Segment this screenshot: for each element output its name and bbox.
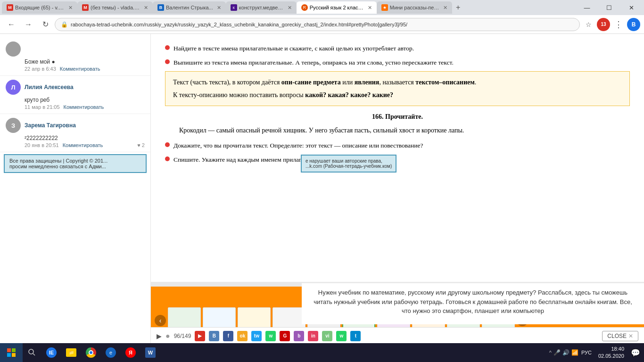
textbook-page: Найдите в тексте имена прилагательные и … [151, 34, 644, 282]
refresh-button[interactable]: ↻ [38, 17, 53, 32]
tab-russkiy[interactable]: R Русский язык 2 класс ... ✕ [297, 1, 377, 14]
comment-meta-3: 20 янв в 20:51 Комментировать ♥ 2 [25, 142, 145, 148]
comment-text-2: круто реб [25, 97, 145, 103]
taskbar-icon-word[interactable]: W [140, 343, 160, 362]
svg-point-4 [29, 349, 33, 354]
social-twitter[interactable]: tw [251, 331, 262, 341]
bullet-1: Найдите в тексте имена прилагательные и … [165, 43, 630, 54]
svg-rect-3 [12, 353, 16, 357]
social-viber[interactable]: vi [322, 331, 332, 341]
notifications-button[interactable]: 💬 [631, 348, 640, 357]
tray-volume[interactable]: 🔊 [562, 349, 570, 356]
close-window-button[interactable]: ✕ [620, 0, 642, 15]
svg-rect-1 [12, 348, 16, 352]
tray-arrow[interactable]: ^ [549, 350, 552, 355]
maximize-button[interactable]: ☐ [598, 0, 620, 15]
tab-favicon-mini: ★ [381, 4, 388, 11]
bullet-text-3: Докажите, что вы прочитали текст. Опреде… [173, 140, 423, 151]
tab-close-valentin[interactable]: ✕ [217, 5, 221, 11]
tab-close-mail2[interactable]: ✕ [144, 5, 148, 11]
thumb-prev-button[interactable]: ‹ [155, 315, 166, 326]
taskbar-icon-folder[interactable]: 📁 [61, 343, 81, 362]
tab-valentin[interactable]: В Валентин Стрыка... ✕ [153, 1, 226, 14]
minimize-button[interactable]: — [576, 0, 598, 15]
svg-line-5 [33, 354, 35, 355]
bullet-3: Докажите, что вы прочитали текст. Опреде… [165, 140, 630, 151]
comment-item-2: Л Лилия Алексеева круто реб 11 мар в 21:… [0, 76, 150, 114]
social-ok[interactable]: ok [237, 331, 248, 341]
extension-badge[interactable]: 13 [597, 18, 610, 31]
menu-button[interactable]: ⋮ [612, 18, 625, 31]
promo-content: Нужен учебник по математике, русскому ил… [314, 289, 632, 314]
tab-favicon-gmail: M [7, 4, 13, 11]
copyright-text-right2: ...k.com (Рабочая-тетрадь-учебник.ком) [305, 164, 392, 169]
back-button[interactable]: ← [4, 17, 19, 32]
copyright-notice-left: Все права защищены | Copyright © 201... … [4, 154, 147, 173]
social-youtube[interactable]: ▶ [195, 331, 205, 341]
tab-close-gmail[interactable]: ✕ [68, 5, 73, 11]
tray-mic: 🎤 [553, 349, 561, 356]
profile-button[interactable]: B [627, 18, 640, 31]
description-box: Текст (часть текста), в котором даётся о… [165, 71, 630, 106]
taskbar-icon-ie[interactable]: IE [41, 343, 61, 362]
tab-gmail[interactable]: M Входящие (65) - v.m.k... ✕ [2, 1, 77, 14]
desc-line2: К тексту-описанию можно поставить вопрос… [173, 90, 622, 100]
comments-sidebar: Боже мой ● 22 апр в 6:43 Комментировать … [0, 34, 151, 343]
comment-text-1: Боже мой ● [25, 58, 145, 65]
comment-reply-1[interactable]: Комментировать [60, 66, 100, 72]
social-whatsapp2[interactable]: w [336, 331, 347, 341]
tab-mini[interactable]: ★ Мини рассказы-пере... ✕ [377, 1, 452, 14]
start-button[interactable] [0, 343, 23, 362]
bullet-2: Выпишите из текста имена прилагательные.… [165, 58, 630, 68]
copyright-text-left: Все права защищены | Copyright © 201... [9, 158, 141, 164]
forward-button[interactable]: → [21, 17, 36, 32]
bottom-promo-text: Нужен учебник по математике, русскому ил… [302, 283, 644, 324]
close-button[interactable]: CLOSE ✕ [602, 331, 638, 341]
taskbar-icon-ie2[interactable]: e [101, 343, 121, 362]
comment-reply-3[interactable]: Комментировать [63, 142, 103, 148]
address-bar[interactable]: 🔒 rabochaya-tetrad-uchebnik.com/russkiy_… [55, 18, 580, 31]
comment-avatar-3: З [6, 118, 21, 133]
play-button[interactable]: ▶ [157, 332, 162, 340]
comment-author-3[interactable]: Зарема Тагировна [25, 122, 76, 129]
tab-mail2[interactable]: M (без темы) - vlada.kon... ✕ [77, 1, 153, 14]
taskbar-icon-yandex[interactable]: Я [121, 343, 140, 362]
social-whatsapp[interactable]: w [265, 331, 276, 341]
social-instagram[interactable]: in [308, 331, 318, 341]
desc-line1: Текст (часть текста), в котором даётся о… [173, 77, 622, 87]
social-vk1[interactable]: В [209, 331, 219, 341]
comment-meta-2: 11 мар в 21:05 Комментировать [25, 104, 145, 110]
tab-close-russkiy[interactable]: ✕ [368, 5, 372, 11]
tray-network[interactable]: 📶 [571, 349, 578, 356]
bookmark-button[interactable]: ☆ [582, 18, 595, 31]
comment-author-2[interactable]: Лилия Алексеева [25, 84, 74, 90]
comment-date-2: 11 мар в 21:05 [25, 104, 60, 110]
taskbar-search-button[interactable] [23, 343, 41, 362]
tab-close-mini[interactable]: ✕ [443, 5, 447, 11]
main-content-area: е нарушает ваши авторские права, ...k.co… [151, 34, 644, 343]
browser-frame: M Входящие (65) - v.m.k... ✕ M (без темы… [0, 0, 644, 343]
taskbar-datetime: 18:40 02.05.2020 [594, 346, 628, 360]
taskbar-icon-chrome[interactable] [81, 343, 101, 362]
social-telegram[interactable]: t [350, 331, 361, 341]
svg-rect-2 [7, 353, 11, 357]
url-text: rabochaya-tetrad-uchebnik.com/russkiy_ya… [71, 22, 407, 27]
bullet-4: Спишите. Укажите над каждым именем прила… [165, 155, 630, 165]
window-controls: — ☐ ✕ [576, 0, 642, 15]
tab-konstrukt[interactable]: к конструкт.медведева.. ✕ [226, 1, 297, 14]
bullet-dot-2 [165, 59, 170, 64]
new-tab-button[interactable]: + [452, 1, 464, 14]
comment-reply-2[interactable]: Комментировать [64, 104, 104, 110]
social-facebook[interactable]: f [223, 331, 233, 341]
tab-favicon-russkiy: R [301, 4, 308, 11]
copyright-text-right1: е нарушает ваши авторские права, [305, 158, 392, 164]
tab-close-konstrukt[interactable]: ✕ [288, 5, 292, 11]
social-blog[interactable]: b [294, 331, 304, 341]
bullet-sep: ● [165, 332, 170, 340]
social-google[interactable]: G [280, 331, 290, 341]
tray-icons: ^ 🎤 🔊 📶 [549, 349, 578, 356]
tab-favicon-mail2: M [82, 4, 89, 11]
toolbar-right: ☆ 13 ⋮ B [582, 18, 640, 31]
bullet-dot-1 [165, 45, 170, 50]
comment-avatar-1 [6, 41, 21, 57]
